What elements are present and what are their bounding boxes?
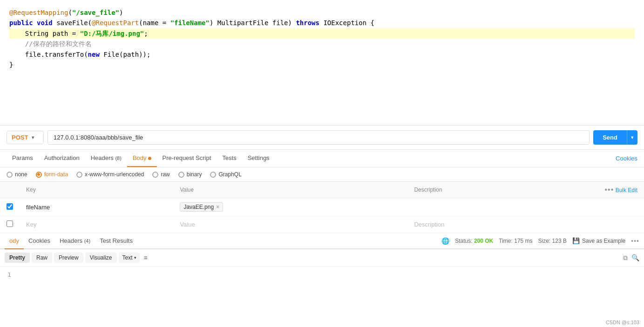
table-row: fileName JavaEE.png ×: [0, 198, 644, 216]
code-line-1: @RequestMapping("/save_file"): [9, 7, 635, 18]
method-label: POST: [12, 134, 28, 141]
empty-row: Key Value Description: [0, 216, 644, 233]
radio-raw: [152, 172, 158, 178]
tab-headers[interactable]: Headers (8): [85, 150, 127, 167]
footer: CSDN @s:103: [601, 318, 644, 327]
response-body: 1: [0, 267, 644, 294]
resp-tab-cookies[interactable]: Cookies: [24, 233, 55, 249]
tab-body[interactable]: Body: [127, 150, 157, 167]
more-options-icon[interactable]: •••: [604, 186, 614, 194]
request-tabs: Params Authorization Headers (8) Body Pr…: [7, 150, 275, 167]
search-icon[interactable]: 🔍: [631, 254, 639, 261]
empty-row-checkbox[interactable]: [7, 220, 13, 227]
size-label: Size: 123 B: [538, 238, 567, 244]
globe-icon: 🌐: [441, 237, 449, 245]
format-actions: ⧉ 🔍: [623, 254, 639, 262]
response-status-row: 🌐 Status: 200 OK Time: 175 ms Size: 123 …: [441, 237, 639, 245]
status-value: 200 OK: [474, 238, 493, 244]
resp-tab-body[interactable]: ody: [5, 233, 24, 249]
request-tabs-row: Params Authorization Headers (8) Body Pr…: [0, 150, 644, 167]
radio-urlencoded: [76, 172, 82, 178]
row-actions-cell: [588, 198, 644, 216]
send-button-group: Send ▾: [593, 130, 637, 145]
row-value-cell: JavaEE.png ×: [173, 198, 407, 216]
form-data-table: Key Value Description ••• Bulk Edit file…: [0, 182, 644, 233]
col-value: Value: [173, 182, 407, 198]
preview-button[interactable]: Preview: [54, 253, 83, 263]
resp-tab-test-results[interactable]: Test Results: [95, 233, 137, 249]
empty-row-actions: [588, 216, 644, 233]
format-buttons: Pretty Raw Preview Visualize Text ▾ ≡: [5, 252, 149, 263]
file-tag: JavaEE.png ×: [180, 202, 223, 212]
wrap-icon[interactable]: ≡: [142, 252, 149, 263]
empty-row-description[interactable]: Description: [407, 216, 588, 233]
response-tabs-row: ody Cookies Headers (4) Test Results 🌐 S…: [0, 233, 644, 249]
tab-settings[interactable]: Settings: [242, 150, 275, 167]
body-type-none[interactable]: none: [7, 171, 27, 178]
bulk-edit-button[interactable]: Bulk Edit: [616, 187, 637, 194]
save-icon: 💾: [572, 237, 580, 244]
raw-button[interactable]: Raw: [32, 253, 52, 263]
method-chevron-icon: ▾: [32, 135, 34, 140]
resp-tab-headers[interactable]: Headers (4): [55, 233, 95, 249]
visualize-button[interactable]: Visualize: [85, 253, 117, 263]
time-label: Time: 175 ms: [499, 238, 532, 244]
col-description: Description: [407, 182, 588, 198]
body-type-graphql[interactable]: GraphQL: [210, 171, 241, 178]
radio-graphql: [210, 172, 216, 178]
text-chevron-icon: ▾: [134, 255, 136, 260]
size-value: 123 B: [552, 238, 567, 244]
file-remove-icon[interactable]: ×: [216, 204, 219, 210]
row-key-cell: fileName: [20, 198, 173, 216]
col-actions: ••• Bulk Edit: [588, 182, 644, 198]
url-input[interactable]: [47, 130, 590, 145]
empty-row-key[interactable]: Key: [20, 216, 173, 233]
method-select[interactable]: POST ▾: [7, 131, 44, 144]
time-value: 175 ms: [514, 238, 532, 244]
send-dropdown-button[interactable]: ▾: [627, 130, 637, 145]
row-checkbox[interactable]: [7, 203, 13, 210]
format-row: Pretty Raw Preview Visualize Text ▾ ≡ ⧉ …: [0, 249, 644, 267]
radio-form-data: [36, 172, 42, 178]
body-type-row: none form-data x-www-form-urlencoded raw…: [0, 167, 644, 182]
code-line-3: String path = "D:/马库/img.png";: [9, 28, 635, 39]
row-key: fileName: [26, 204, 50, 211]
body-type-raw[interactable]: raw: [152, 171, 169, 178]
tab-tests[interactable]: Tests: [217, 150, 242, 167]
empty-row-checkbox-cell: [0, 216, 20, 233]
request-bar: POST ▾ Send ▾: [0, 126, 644, 150]
col-checkbox: [0, 182, 20, 198]
footer-text: CSDN @s:103: [606, 320, 639, 325]
copy-icon[interactable]: ⧉: [623, 254, 628, 262]
more-options-button[interactable]: •••: [631, 237, 639, 245]
tab-pre-request[interactable]: Pre-request Script: [157, 150, 217, 167]
row-description-cell: [407, 198, 588, 216]
response-tabs: ody Cookies Headers (4) Test Results: [5, 233, 137, 248]
radio-binary: [178, 172, 184, 178]
row-checkbox-cell: [0, 198, 20, 216]
save-example-label: Save as Example: [582, 238, 625, 244]
pretty-button[interactable]: Pretty: [5, 253, 30, 263]
code-line-4: //保存的路径和文件名: [9, 39, 635, 49]
save-as-example-button[interactable]: 💾 Save as Example: [572, 237, 625, 244]
text-dropdown[interactable]: Text ▾: [119, 253, 140, 263]
empty-row-value[interactable]: Value: [173, 216, 407, 233]
code-editor: @RequestMapping("/save_file") public voi…: [0, 0, 644, 126]
text-label: Text: [122, 254, 133, 261]
radio-none: [7, 172, 13, 178]
col-key: Key: [20, 182, 173, 198]
code-line-5: file.transferTo(new File(path));: [9, 49, 635, 60]
tab-authorization[interactable]: Authorization: [39, 150, 85, 167]
status-label: Status: 200 OK: [455, 238, 493, 244]
send-button[interactable]: Send: [593, 130, 627, 145]
response-line-number: 1: [7, 271, 11, 278]
body-type-urlencoded[interactable]: x-www-form-urlencoded: [76, 171, 144, 178]
code-line-2: public void saveFile(@RequestPart(name =…: [9, 18, 635, 28]
code-line-6: }: [9, 60, 635, 70]
file-name: JavaEE.png: [183, 204, 214, 210]
body-type-binary[interactable]: binary: [178, 171, 202, 178]
cookies-link[interactable]: Cookies: [616, 155, 637, 162]
tab-params[interactable]: Params: [7, 150, 39, 167]
body-type-form-data[interactable]: form-data: [36, 171, 68, 178]
